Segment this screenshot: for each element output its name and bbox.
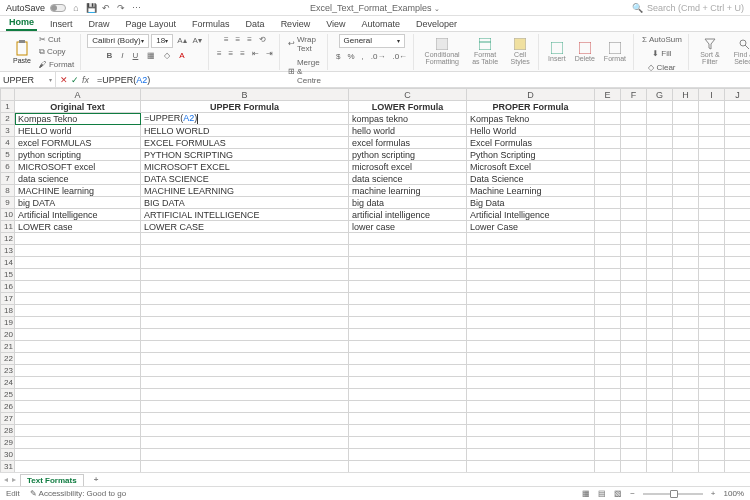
cell[interactable]	[467, 281, 595, 293]
insert-cells-button[interactable]: Insert	[545, 41, 569, 63]
cell[interactable]	[467, 377, 595, 389]
cell[interactable]	[349, 329, 467, 341]
cell[interactable]	[673, 149, 699, 161]
cell[interactable]	[647, 329, 673, 341]
cell[interactable]	[647, 221, 673, 233]
cell[interactable]	[647, 209, 673, 221]
row-header[interactable]: 12	[1, 233, 15, 245]
cell[interactable]	[673, 257, 699, 269]
col-header-G[interactable]: G	[647, 89, 673, 101]
cell[interactable]	[141, 305, 349, 317]
cell[interactable]	[725, 101, 751, 113]
cell[interactable]	[15, 305, 141, 317]
cell[interactable]	[647, 377, 673, 389]
cell[interactable]: artificial intelligence	[349, 209, 467, 221]
cell[interactable]	[349, 425, 467, 437]
cell[interactable]	[141, 413, 349, 425]
cell[interactable]	[725, 293, 751, 305]
cell[interactable]	[673, 401, 699, 413]
cell[interactable]	[621, 137, 647, 149]
col-header-D[interactable]: D	[467, 89, 595, 101]
cell[interactable]: Artificial Intelligence	[467, 209, 595, 221]
add-sheet-button[interactable]: +	[88, 474, 105, 485]
cell[interactable]	[673, 173, 699, 185]
cell[interactable]	[141, 389, 349, 401]
cell[interactable]	[15, 449, 141, 461]
cell[interactable]: excel FORMULAS	[15, 137, 141, 149]
cell[interactable]	[595, 149, 621, 161]
col-header-I[interactable]: I	[699, 89, 725, 101]
cell[interactable]: LOWER case	[15, 221, 141, 233]
align-middle-icon[interactable]: ≡	[234, 34, 243, 45]
cell[interactable]	[621, 113, 647, 125]
cell[interactable]	[595, 221, 621, 233]
cell[interactable]	[349, 281, 467, 293]
cell[interactable]	[725, 389, 751, 401]
cell[interactable]	[621, 185, 647, 197]
cell[interactable]: Kompas Tekno	[15, 113, 141, 125]
indent-inc-icon[interactable]: ⇥	[264, 48, 275, 59]
cell[interactable]	[349, 233, 467, 245]
cell[interactable]	[673, 197, 699, 209]
cell[interactable]	[595, 161, 621, 173]
cell[interactable]	[621, 353, 647, 365]
cell[interactable]	[349, 449, 467, 461]
cell[interactable]	[647, 137, 673, 149]
font-color-button[interactable]: A	[177, 50, 186, 61]
cell[interactable]	[15, 257, 141, 269]
cell[interactable]	[725, 413, 751, 425]
cell[interactable]	[349, 377, 467, 389]
cell[interactable]	[725, 221, 751, 233]
align-left-icon[interactable]: ≡	[215, 48, 224, 59]
row-header[interactable]: 13	[1, 245, 15, 257]
cell[interactable]	[15, 389, 141, 401]
cell[interactable]	[467, 389, 595, 401]
cell[interactable]	[595, 137, 621, 149]
tab-view[interactable]: View	[323, 17, 348, 31]
chevron-down-icon[interactable]: ⌄	[434, 5, 440, 12]
cell[interactable]	[699, 137, 725, 149]
name-box[interactable]: UPPER▾	[0, 72, 56, 88]
cell[interactable]	[725, 257, 751, 269]
cell[interactable]	[699, 281, 725, 293]
paste-button[interactable]: Paste	[10, 39, 34, 65]
cell[interactable]	[673, 377, 699, 389]
cell[interactable]	[141, 245, 349, 257]
cell[interactable]	[349, 353, 467, 365]
cell[interactable]	[621, 269, 647, 281]
cell[interactable]	[647, 365, 673, 377]
cell[interactable]	[141, 317, 349, 329]
cell[interactable]	[595, 293, 621, 305]
cell[interactable]: big DATA	[15, 197, 141, 209]
cell[interactable]	[699, 245, 725, 257]
comma-icon[interactable]: ,	[360, 51, 366, 62]
cell[interactable]	[621, 173, 647, 185]
cell[interactable]	[15, 377, 141, 389]
cell[interactable]	[647, 293, 673, 305]
currency-icon[interactable]: $	[334, 51, 342, 62]
cell[interactable]	[725, 425, 751, 437]
cell[interactable]	[725, 125, 751, 137]
cell[interactable]	[621, 377, 647, 389]
row-header[interactable]: 29	[1, 437, 15, 449]
cell[interactable]	[725, 137, 751, 149]
cell[interactable]	[467, 245, 595, 257]
cell[interactable]	[595, 425, 621, 437]
cell[interactable]	[621, 161, 647, 173]
cell[interactable]	[699, 437, 725, 449]
row-header[interactable]: 3	[1, 125, 15, 137]
row-header[interactable]: 28	[1, 425, 15, 437]
cell[interactable]	[725, 449, 751, 461]
cell[interactable]	[349, 401, 467, 413]
cell[interactable]	[673, 137, 699, 149]
accessibility-status[interactable]: ✎ Accessibility: Good to go	[30, 489, 126, 498]
cell[interactable]	[467, 305, 595, 317]
autosave-toggle[interactable]	[50, 4, 66, 12]
cell[interactable]	[621, 101, 647, 113]
cell[interactable]: Hello World	[467, 125, 595, 137]
cell[interactable]	[621, 125, 647, 137]
row-header[interactable]: 15	[1, 269, 15, 281]
cell[interactable]	[699, 113, 725, 125]
cell[interactable]	[673, 125, 699, 137]
italic-button[interactable]: I	[119, 50, 125, 61]
